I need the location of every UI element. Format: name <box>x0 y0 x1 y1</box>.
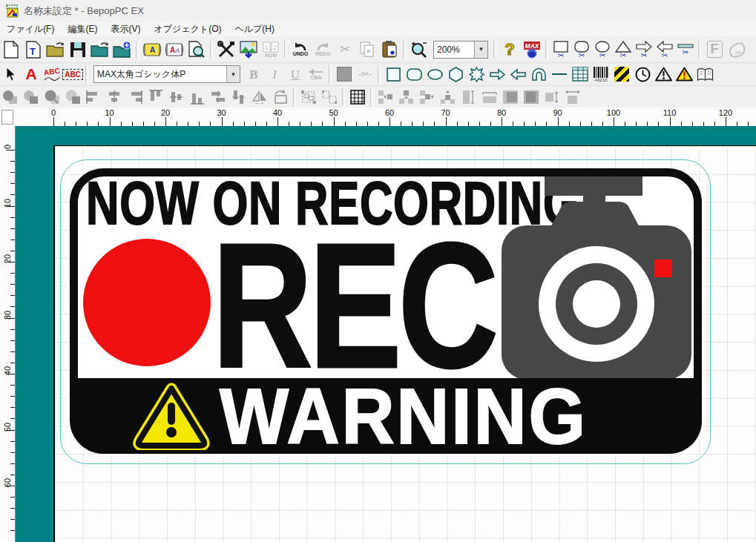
cut-arrow-left-button[interactable]: ✂ <box>654 40 675 59</box>
zoom-select[interactable]: 200% ▼ <box>433 41 488 59</box>
warning-text[interactable]: WARNING <box>220 377 588 455</box>
nudge-down-button[interactable] <box>396 87 417 107</box>
cut-rectangle-button[interactable]: ✂ <box>550 40 571 59</box>
shape-hexagon-button[interactable] <box>445 65 466 84</box>
match-size-vertical-button[interactable] <box>542 87 562 107</box>
ungroup-button[interactable] <box>319 87 340 107</box>
order-front-button[interactable] <box>0 87 21 107</box>
symbol-library-button[interactable] <box>694 65 715 84</box>
add-label-button[interactable] <box>111 39 134 60</box>
shape-square-button[interactable] <box>383 65 404 84</box>
redo-button[interactable]: REDO <box>312 39 334 60</box>
underline-button[interactable]: U <box>285 65 306 84</box>
separator <box>85 65 88 83</box>
barcode-tool-button[interactable]: 43210 <box>591 65 611 84</box>
frame-cut-button[interactable]: F <box>703 39 726 60</box>
save-button[interactable] <box>67 39 89 60</box>
shape-rounded-rect-button[interactable] <box>404 65 424 84</box>
nudge-up-button[interactable] <box>438 87 458 107</box>
group-button[interactable] <box>298 87 319 107</box>
clock-symbol-button[interactable] <box>632 65 653 84</box>
free-cut-button[interactable]: ✂ <box>726 39 748 60</box>
image-import-button[interactable] <box>237 39 260 60</box>
zoom-tool-button[interactable] <box>408 39 430 60</box>
table-tool-button[interactable] <box>570 65 591 84</box>
cut-rounded-rect-button[interactable]: ✂ <box>571 40 592 59</box>
text-tool-button[interactable]: A <box>21 65 42 84</box>
order-back-button[interactable] <box>21 87 42 107</box>
font-select[interactable]: MAX太角ゴシック体P ▼ <box>93 65 240 83</box>
order-backward-button[interactable] <box>62 87 83 107</box>
distribute-horizontal-button[interactable] <box>208 87 229 107</box>
arc-text-tool-button[interactable]: ABC <box>42 65 62 84</box>
label-color-button[interactable]: AA <box>163 39 185 60</box>
nudge-left-button[interactable] <box>375 87 396 107</box>
paste-size-button[interactable] <box>500 87 521 107</box>
warning-symbol-color-button[interactable] <box>674 65 694 84</box>
bold-button[interactable]: B <box>243 65 264 84</box>
align-left-button[interactable] <box>83 87 104 107</box>
match-size-horizontal-button[interactable] <box>562 87 583 107</box>
max-website-button[interactable]: MAX <box>521 39 543 60</box>
match-height-button[interactable] <box>458 87 479 107</box>
italic-button[interactable]: I <box>264 65 285 84</box>
ruler-origin-box <box>1 110 13 125</box>
ruler-horizontal: 0102030405060708090100110120 <box>0 108 756 127</box>
align-right-button[interactable] <box>125 87 145 107</box>
text-direction-button[interactable]: CBA <box>306 65 326 84</box>
menu-object[interactable]: オブジェクト(O) <box>147 22 228 36</box>
menu-view[interactable]: 表示(V) <box>104 22 147 36</box>
undo-button[interactable]: UNDO <box>289 39 312 60</box>
align-center-horizontal-button[interactable] <box>104 87 125 107</box>
menu-edit[interactable]: 編集(E) <box>61 22 104 36</box>
record-dot[interactable] <box>83 239 211 366</box>
open-file-button[interactable] <box>45 39 67 60</box>
distribute-vertical-button[interactable] <box>229 87 249 107</box>
label-layout-button[interactable]: A <box>141 39 163 60</box>
match-spacing-button[interactable] <box>479 87 500 107</box>
zoom-dropdown-arrow[interactable]: ▼ <box>474 42 487 58</box>
cut-triangle-button[interactable]: ✂ <box>613 40 634 59</box>
flip-button[interactable] <box>249 87 270 107</box>
shape-star-button[interactable] <box>466 65 487 84</box>
new-document-button[interactable] <box>0 39 22 60</box>
print-preview-button[interactable] <box>185 39 208 60</box>
paste-button[interactable] <box>378 39 401 60</box>
machine-settings-button[interactable] <box>215 39 237 60</box>
rotate-button[interactable] <box>270 87 291 107</box>
cut-line-button[interactable]: ✂ <box>675 40 696 59</box>
warning-symbol-mono-button[interactable] <box>653 65 674 84</box>
shape-arrow-left-button[interactable] <box>507 65 528 84</box>
cut-arrow-right-button[interactable]: ✂ <box>634 40 654 59</box>
align-bottom-button[interactable] <box>187 87 208 107</box>
new-text-document-button[interactable]: T <box>22 39 45 60</box>
select-cursor-button[interactable] <box>0 65 21 84</box>
copy-button[interactable] <box>356 39 378 60</box>
shape-arch-button[interactable] <box>528 65 549 84</box>
hazard-stripe-button[interactable] <box>611 65 632 84</box>
menu-file[interactable]: ファイル(F) <box>0 22 61 36</box>
paste-size-2-button[interactable] <box>521 87 542 107</box>
grid-settings-button[interactable] <box>347 87 368 107</box>
help-button[interactable]: ? <box>499 39 521 60</box>
order-forward-button[interactable] <box>42 87 62 107</box>
align-middle-vertical-button[interactable] <box>166 87 187 107</box>
camera-icon[interactable] <box>502 176 691 380</box>
nudge-right-button[interactable] <box>417 87 438 107</box>
numbering-button[interactable]: 12 NUM <box>260 39 282 60</box>
rec-text[interactable]: REC <box>212 217 495 394</box>
color-swatch-button[interactable] <box>334 65 355 84</box>
frame-text-tool-button[interactable]: ABC <box>62 65 83 84</box>
import-label-button[interactable] <box>89 39 111 60</box>
shape-line-button[interactable] <box>549 65 570 84</box>
title-bar: 名称未設定 * - BepopPC EX <box>0 0 756 22</box>
cut-ellipse-button[interactable]: ✂ <box>592 40 613 59</box>
shape-ellipse-button[interactable] <box>424 65 445 84</box>
cut-button[interactable]: ✂ <box>334 39 356 60</box>
align-top-button[interactable] <box>145 87 166 107</box>
font-dropdown-arrow[interactable]: ▼ <box>226 66 240 82</box>
shape-arrow-right-button[interactable] <box>487 65 507 84</box>
menu-help[interactable]: ヘルプ(H) <box>228 22 281 36</box>
object-cut-button[interactable]: -✂- <box>355 65 375 84</box>
warning-triangle-icon[interactable] <box>133 382 210 450</box>
